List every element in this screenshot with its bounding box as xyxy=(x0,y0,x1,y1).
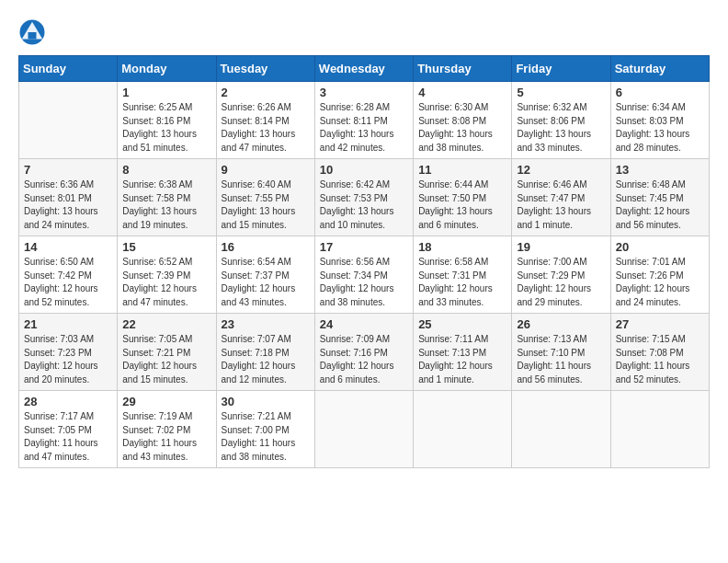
day-number: 11 xyxy=(418,163,506,177)
week-row-4: 21Sunrise: 7:03 AM Sunset: 7:23 PM Dayli… xyxy=(19,314,710,391)
day-detail: Sunrise: 6:25 AM Sunset: 8:16 PM Dayligh… xyxy=(122,101,210,155)
day-detail: Sunrise: 7:07 AM Sunset: 7:18 PM Dayligh… xyxy=(222,333,310,386)
day-detail: Sunrise: 6:30 AM Sunset: 8:08 PM Dayligh… xyxy=(418,101,506,155)
calendar-cell: 8Sunrise: 6:38 AM Sunset: 7:58 PM Daylig… xyxy=(118,159,216,236)
calendar-cell: 23Sunrise: 7:07 AM Sunset: 7:18 PM Dayli… xyxy=(216,314,314,391)
col-header-wednesday: Wednesday xyxy=(314,56,413,82)
calendar-cell: 9Sunrise: 6:40 AM Sunset: 7:55 PM Daylig… xyxy=(216,159,314,236)
day-number: 20 xyxy=(616,240,704,254)
day-number: 23 xyxy=(222,317,310,331)
day-detail: Sunrise: 6:48 AM Sunset: 7:45 PM Dayligh… xyxy=(616,178,704,232)
day-detail: Sunrise: 6:38 AM Sunset: 7:58 PM Dayligh… xyxy=(122,178,210,232)
day-number: 16 xyxy=(222,240,310,254)
calendar-cell: 18Sunrise: 6:58 AM Sunset: 7:31 PM Dayli… xyxy=(414,236,512,314)
calendar-cell xyxy=(610,391,709,468)
day-detail: Sunrise: 7:19 AM Sunset: 7:02 PM Dayligh… xyxy=(122,410,210,464)
day-detail: Sunrise: 7:00 AM Sunset: 7:29 PM Dayligh… xyxy=(517,256,605,309)
day-number: 5 xyxy=(517,86,605,99)
day-detail: Sunrise: 6:40 AM Sunset: 7:55 PM Dayligh… xyxy=(222,178,310,232)
day-detail: Sunrise: 6:26 AM Sunset: 8:14 PM Dayligh… xyxy=(222,101,310,155)
svg-rect-2 xyxy=(28,32,37,40)
day-detail: Sunrise: 7:03 AM Sunset: 7:23 PM Dayligh… xyxy=(24,333,112,386)
calendar-cell xyxy=(414,391,512,468)
day-detail: Sunrise: 7:09 AM Sunset: 7:16 PM Dayligh… xyxy=(320,333,408,386)
day-number: 13 xyxy=(616,163,704,177)
day-detail: Sunrise: 7:21 AM Sunset: 7:00 PM Dayligh… xyxy=(222,410,310,464)
day-number: 28 xyxy=(24,395,112,408)
day-detail: Sunrise: 6:42 AM Sunset: 7:53 PM Dayligh… xyxy=(320,178,408,232)
page-header xyxy=(18,18,710,46)
calendar-cell: 10Sunrise: 6:42 AM Sunset: 7:53 PM Dayli… xyxy=(314,159,413,236)
day-detail: Sunrise: 6:56 AM Sunset: 7:34 PM Dayligh… xyxy=(320,256,408,309)
calendar-cell: 5Sunrise: 6:32 AM Sunset: 8:06 PM Daylig… xyxy=(512,82,610,159)
day-number: 24 xyxy=(320,317,408,331)
day-number: 1 xyxy=(122,86,210,99)
calendar-cell: 3Sunrise: 6:28 AM Sunset: 8:11 PM Daylig… xyxy=(314,82,413,159)
calendar-cell: 28Sunrise: 7:17 AM Sunset: 7:05 PM Dayli… xyxy=(19,391,118,468)
col-header-saturday: Saturday xyxy=(610,56,709,82)
week-row-3: 14Sunrise: 6:50 AM Sunset: 7:42 PM Dayli… xyxy=(19,236,710,314)
day-detail: Sunrise: 7:01 AM Sunset: 7:26 PM Dayligh… xyxy=(616,256,704,309)
day-number: 27 xyxy=(616,317,704,331)
day-number: 30 xyxy=(222,395,310,408)
calendar-cell: 29Sunrise: 7:19 AM Sunset: 7:02 PM Dayli… xyxy=(118,391,216,468)
calendar-cell: 13Sunrise: 6:48 AM Sunset: 7:45 PM Dayli… xyxy=(610,159,709,236)
col-header-monday: Monday xyxy=(118,56,216,82)
week-row-1: 1Sunrise: 6:25 AM Sunset: 8:16 PM Daylig… xyxy=(19,82,710,159)
day-detail: Sunrise: 6:36 AM Sunset: 8:01 PM Dayligh… xyxy=(24,178,112,232)
day-number: 7 xyxy=(24,163,112,177)
col-header-sunday: Sunday xyxy=(19,56,118,82)
calendar-cell: 4Sunrise: 6:30 AM Sunset: 8:08 PM Daylig… xyxy=(414,82,512,159)
day-detail: Sunrise: 7:13 AM Sunset: 7:10 PM Dayligh… xyxy=(517,333,605,386)
calendar-cell: 6Sunrise: 6:34 AM Sunset: 8:03 PM Daylig… xyxy=(610,82,709,159)
day-detail: Sunrise: 6:52 AM Sunset: 7:39 PM Dayligh… xyxy=(122,256,210,309)
calendar-cell: 24Sunrise: 7:09 AM Sunset: 7:16 PM Dayli… xyxy=(314,314,413,391)
calendar-cell: 19Sunrise: 7:00 AM Sunset: 7:29 PM Dayli… xyxy=(512,236,610,314)
calendar-header-row: SundayMondayTuesdayWednesdayThursdayFrid… xyxy=(19,56,710,82)
day-detail: Sunrise: 6:46 AM Sunset: 7:47 PM Dayligh… xyxy=(517,178,605,232)
day-detail: Sunrise: 6:34 AM Sunset: 8:03 PM Dayligh… xyxy=(616,101,704,155)
calendar-cell xyxy=(512,391,610,468)
week-row-2: 7Sunrise: 6:36 AM Sunset: 8:01 PM Daylig… xyxy=(19,159,710,236)
day-number: 9 xyxy=(222,163,310,177)
day-number: 6 xyxy=(616,86,704,99)
calendar-cell: 25Sunrise: 7:11 AM Sunset: 7:13 PM Dayli… xyxy=(414,314,512,391)
calendar-cell: 12Sunrise: 6:46 AM Sunset: 7:47 PM Dayli… xyxy=(512,159,610,236)
day-number: 2 xyxy=(222,86,310,99)
calendar-cell: 16Sunrise: 6:54 AM Sunset: 7:37 PM Dayli… xyxy=(216,236,314,314)
calendar-cell: 15Sunrise: 6:52 AM Sunset: 7:39 PM Dayli… xyxy=(118,236,216,314)
day-number: 21 xyxy=(24,317,112,331)
week-row-5: 28Sunrise: 7:17 AM Sunset: 7:05 PM Dayli… xyxy=(19,391,710,468)
day-number: 29 xyxy=(122,395,210,408)
day-number: 14 xyxy=(24,240,112,254)
day-number: 25 xyxy=(418,317,506,331)
calendar-cell: 27Sunrise: 7:15 AM Sunset: 7:08 PM Dayli… xyxy=(610,314,709,391)
calendar-cell xyxy=(19,82,118,159)
calendar-cell: 1Sunrise: 6:25 AM Sunset: 8:16 PM Daylig… xyxy=(118,82,216,159)
day-number: 3 xyxy=(320,86,408,99)
calendar-cell xyxy=(314,391,413,468)
calendar-cell: 26Sunrise: 7:13 AM Sunset: 7:10 PM Dayli… xyxy=(512,314,610,391)
day-detail: Sunrise: 7:05 AM Sunset: 7:21 PM Dayligh… xyxy=(122,333,210,386)
day-detail: Sunrise: 6:58 AM Sunset: 7:31 PM Dayligh… xyxy=(418,256,506,309)
day-detail: Sunrise: 6:54 AM Sunset: 7:37 PM Dayligh… xyxy=(222,256,310,309)
day-number: 17 xyxy=(320,240,408,254)
day-detail: Sunrise: 6:32 AM Sunset: 8:06 PM Dayligh… xyxy=(517,101,605,155)
day-detail: Sunrise: 7:15 AM Sunset: 7:08 PM Dayligh… xyxy=(616,333,704,386)
day-number: 4 xyxy=(418,86,506,99)
col-header-friday: Friday xyxy=(512,56,610,82)
day-number: 18 xyxy=(418,240,506,254)
logo-icon xyxy=(18,18,46,46)
day-number: 22 xyxy=(122,317,210,331)
day-number: 10 xyxy=(320,163,408,177)
day-number: 26 xyxy=(517,317,605,331)
calendar-cell: 21Sunrise: 7:03 AM Sunset: 7:23 PM Dayli… xyxy=(19,314,118,391)
calendar-cell: 2Sunrise: 6:26 AM Sunset: 8:14 PM Daylig… xyxy=(216,82,314,159)
calendar-cell: 17Sunrise: 6:56 AM Sunset: 7:34 PM Dayli… xyxy=(314,236,413,314)
day-detail: Sunrise: 7:17 AM Sunset: 7:05 PM Dayligh… xyxy=(24,410,112,464)
day-detail: Sunrise: 6:28 AM Sunset: 8:11 PM Dayligh… xyxy=(320,101,408,155)
day-number: 19 xyxy=(517,240,605,254)
calendar-cell: 7Sunrise: 6:36 AM Sunset: 8:01 PM Daylig… xyxy=(19,159,118,236)
col-header-thursday: Thursday xyxy=(414,56,512,82)
calendar-table: SundayMondayTuesdayWednesdayThursdayFrid… xyxy=(18,55,710,468)
